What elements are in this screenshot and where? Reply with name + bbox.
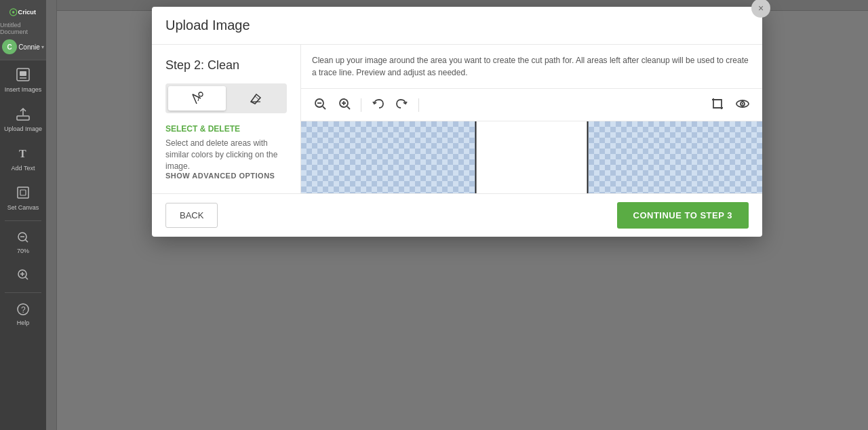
svg-text:?: ? bbox=[21, 305, 26, 315]
eraser-icon bbox=[249, 92, 262, 105]
undo-icon bbox=[371, 97, 384, 111]
svg-line-27 bbox=[323, 106, 326, 109]
zoom-in-button[interactable] bbox=[334, 94, 355, 115]
sidebar-item-set-canvas[interactable]: Set Canvas bbox=[0, 178, 46, 218]
crop-icon bbox=[711, 97, 724, 111]
continue-button[interactable]: CONTINUE TO STEP 3 bbox=[617, 202, 749, 229]
svg-line-16 bbox=[26, 277, 28, 280]
redo-icon bbox=[395, 97, 409, 111]
tool-label: SELECT & DELETE bbox=[165, 124, 287, 134]
upload-image-modal: × Upload Image Step 2: Clean bbox=[152, 7, 762, 237]
insert-images-label: Insert Images bbox=[5, 86, 42, 93]
toolbar-separator-2 bbox=[418, 98, 419, 112]
modal-title: Upload Image bbox=[165, 18, 749, 33]
magic-wand-icon bbox=[190, 92, 203, 105]
help-icon: ? bbox=[16, 302, 30, 317]
svg-line-12 bbox=[26, 240, 28, 243]
set-canvas-label: Set Canvas bbox=[7, 204, 39, 211]
sidebar-divider-2 bbox=[5, 292, 41, 293]
sidebar-item-insert-images[interactable]: Insert Images bbox=[0, 60, 46, 100]
cricut-logo: Cricut bbox=[9, 5, 37, 19]
zoom-in-icon bbox=[338, 97, 351, 111]
preview-button[interactable] bbox=[731, 94, 754, 115]
modal-close-button[interactable]: × bbox=[751, 0, 770, 18]
modal-overlay: × Upload Image Step 2: Clean bbox=[46, 0, 868, 430]
modal-body: Step 2: Clean bbox=[152, 45, 762, 193]
svg-rect-9 bbox=[20, 190, 26, 195]
left-panel: Step 2: Clean bbox=[152, 45, 301, 193]
tool-description: Select and delete areas with similar col… bbox=[165, 138, 287, 172]
zoom-out-icon bbox=[16, 231, 30, 246]
svg-line-31 bbox=[347, 106, 350, 109]
canvas-area: × Upload Image Step 2: Clean bbox=[46, 0, 868, 430]
redo-button[interactable] bbox=[391, 94, 413, 115]
set-canvas-icon bbox=[16, 185, 31, 202]
right-panel: Clean up your image around the area you … bbox=[301, 45, 762, 193]
step-title: Step 2: Clean bbox=[165, 58, 287, 73]
help-label: Help bbox=[17, 319, 30, 326]
sidebar-item-add-text[interactable]: T Add Text bbox=[0, 139, 46, 178]
checker-background bbox=[301, 121, 762, 193]
user-name: Connie bbox=[18, 43, 40, 51]
back-button[interactable]: BACK bbox=[165, 203, 218, 228]
sidebar-header: Cricut Untitled Document C Connie ▾ bbox=[0, 0, 46, 60]
svg-point-2 bbox=[12, 11, 14, 13]
svg-rect-4 bbox=[20, 71, 26, 76]
undo-button[interactable] bbox=[367, 94, 389, 115]
uploaded-image[interactable] bbox=[469, 121, 595, 193]
add-text-icon: T bbox=[16, 146, 31, 163]
svg-line-22 bbox=[198, 96, 199, 101]
modal-footer: BACK CONTINUE TO STEP 3 bbox=[152, 193, 762, 237]
image-toolbar bbox=[301, 89, 762, 121]
eye-icon bbox=[735, 97, 750, 111]
zoom-level: 70% bbox=[17, 248, 29, 254]
sidebar-divider-1 bbox=[5, 220, 41, 221]
toolbar-separator-1 bbox=[361, 98, 361, 112]
svg-point-34 bbox=[742, 103, 743, 104]
panel-description: Clean up your image around the area you … bbox=[301, 45, 762, 89]
zoom-out-icon bbox=[313, 97, 327, 111]
sidebar-item-zoom-out[interactable]: 70% bbox=[0, 224, 46, 261]
add-text-label: Add Text bbox=[12, 165, 35, 172]
svg-line-24 bbox=[254, 96, 258, 99]
insert-images-icon bbox=[16, 67, 31, 84]
erase-tool-button[interactable] bbox=[227, 86, 285, 111]
zoom-in-icon bbox=[16, 268, 30, 283]
sidebar-item-zoom-in[interactable] bbox=[0, 261, 46, 290]
sidebar: Cricut Untitled Document C Connie ▾ Inse… bbox=[0, 0, 46, 430]
select-delete-tool-button[interactable] bbox=[168, 86, 226, 111]
sidebar-item-help[interactable]: ? Help bbox=[0, 296, 46, 333]
upload-image-icon bbox=[16, 106, 31, 123]
svg-text:T: T bbox=[19, 148, 26, 159]
zoom-out-button[interactable] bbox=[309, 94, 331, 115]
sidebar-item-upload-image[interactable]: Upload Image bbox=[0, 100, 46, 139]
svg-text:Cricut: Cricut bbox=[18, 9, 36, 16]
avatar: C bbox=[2, 39, 17, 54]
document-title: Untitled Document bbox=[0, 22, 46, 35]
tool-bar bbox=[165, 83, 287, 113]
svg-rect-8 bbox=[18, 187, 28, 198]
image-canvas-area[interactable] bbox=[301, 121, 762, 193]
crop-button[interactable] bbox=[707, 94, 728, 115]
upload-image-label: Upload Image bbox=[4, 125, 42, 132]
svg-rect-6 bbox=[17, 116, 29, 120]
advanced-options-link[interactable]: SHOW ADVANCED OPTIONS bbox=[165, 172, 287, 180]
user-menu[interactable]: C Connie ▾ bbox=[2, 39, 44, 54]
modal-header: Upload Image bbox=[152, 7, 762, 45]
